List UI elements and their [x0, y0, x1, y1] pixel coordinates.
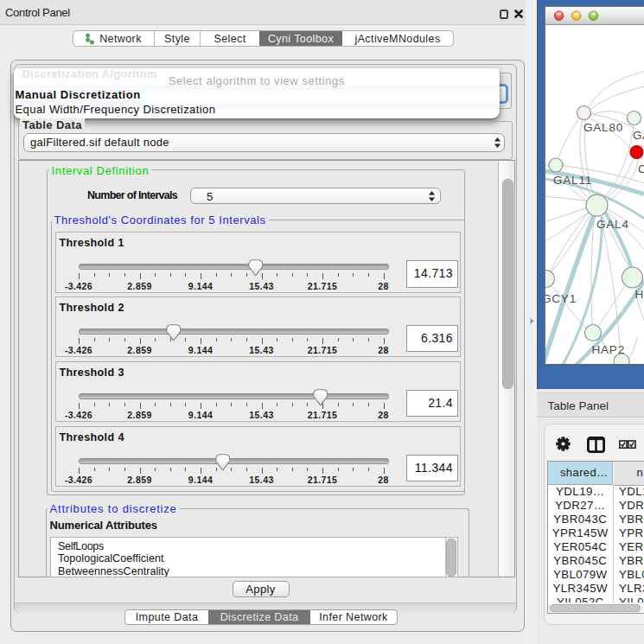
svg-text:GA: GA [633, 129, 644, 142]
svg-text:GCY1: GCY1 [545, 291, 577, 304]
svg-text:GAL11: GAL11 [553, 174, 592, 187]
svg-text:GAL80: GAL80 [583, 121, 623, 134]
svg-text:HAP2: HAP2 [592, 342, 625, 355]
svg-text:H: H [635, 287, 644, 300]
svg-text:GAL4: GAL4 [596, 218, 629, 231]
svg-text:C: C [638, 163, 644, 175]
